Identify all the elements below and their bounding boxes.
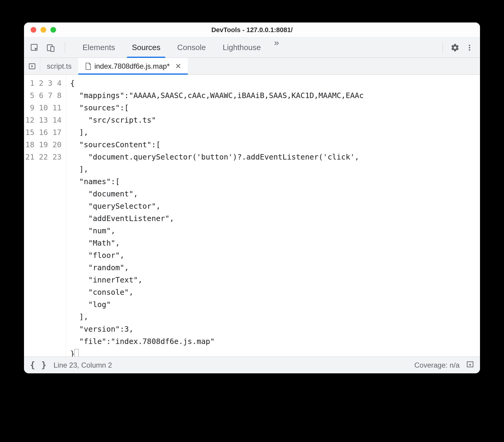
svg-rect-2 — [51, 46, 54, 51]
file-tab-script-ts[interactable]: script.ts — [40, 58, 78, 74]
file-icon — [85, 62, 92, 70]
pretty-print-icon[interactable]: { } — [30, 360, 47, 370]
file-tab-label: script.ts — [47, 62, 72, 70]
cursor-position: Line 23, Column 2 — [54, 361, 112, 369]
tab-console[interactable]: Console — [169, 37, 214, 58]
svg-rect-0 — [31, 44, 37, 50]
devtools-window: DevTools - 127.0.0.1:8081/ Elements Sour… — [24, 22, 480, 373]
close-window-button[interactable] — [31, 27, 36, 33]
panel-tabs: Elements Sources Console Lighthouse » — [74, 37, 284, 58]
svg-point-3 — [469, 45, 470, 46]
coverage-status: Coverage: n/a — [414, 361, 460, 369]
svg-point-4 — [469, 47, 470, 48]
maximize-window-button[interactable] — [50, 27, 56, 33]
tab-lighthouse[interactable]: Lighthouse — [214, 37, 269, 58]
toolbar-divider-right — [442, 42, 443, 53]
text-cursor — [74, 349, 79, 357]
file-tab-label: index.7808df6e.js.map* — [94, 62, 170, 70]
minimize-window-button[interactable] — [40, 27, 46, 33]
show-navigator-icon[interactable] — [24, 58, 40, 74]
window-title: DevTools - 127.0.0.1:8081/ — [24, 26, 480, 34]
code-editor[interactable]: 1 2 3 4 5 6 7 8 9 10 11 12 13 14 15 16 1… — [24, 75, 480, 357]
inspect-element-icon[interactable] — [29, 43, 40, 53]
file-tabs: script.ts index.7808df6e.js.map* ✕ — [24, 58, 480, 75]
kebab-menu-icon[interactable] — [464, 43, 475, 53]
titlebar: DevTools - 127.0.0.1:8081/ — [24, 22, 480, 37]
tab-sources[interactable]: Sources — [123, 37, 169, 58]
main-toolbar: Elements Sources Console Lighthouse » — [24, 37, 480, 58]
toolbar-divider — [65, 42, 65, 53]
traffic-lights — [24, 27, 56, 33]
tab-elements[interactable]: Elements — [74, 37, 123, 58]
line-number-gutter: 1 2 3 4 5 6 7 8 9 10 11 12 13 14 15 16 1… — [24, 75, 66, 357]
code-content[interactable]: { "mappings":"AAAAA,SAASC,cAAc,WAAWC,iBA… — [66, 75, 480, 357]
svg-point-5 — [469, 49, 470, 51]
file-tab-index-map[interactable]: index.7808df6e.js.map* ✕ — [78, 58, 188, 74]
expand-panel-icon[interactable] — [466, 360, 474, 370]
settings-icon[interactable] — [450, 43, 460, 53]
close-tab-icon[interactable]: ✕ — [175, 62, 181, 70]
status-bar: { } Line 23, Column 2 Coverage: n/a — [24, 357, 480, 373]
more-tabs-button[interactable]: » — [269, 37, 284, 58]
device-toolbar-icon[interactable] — [46, 43, 56, 53]
